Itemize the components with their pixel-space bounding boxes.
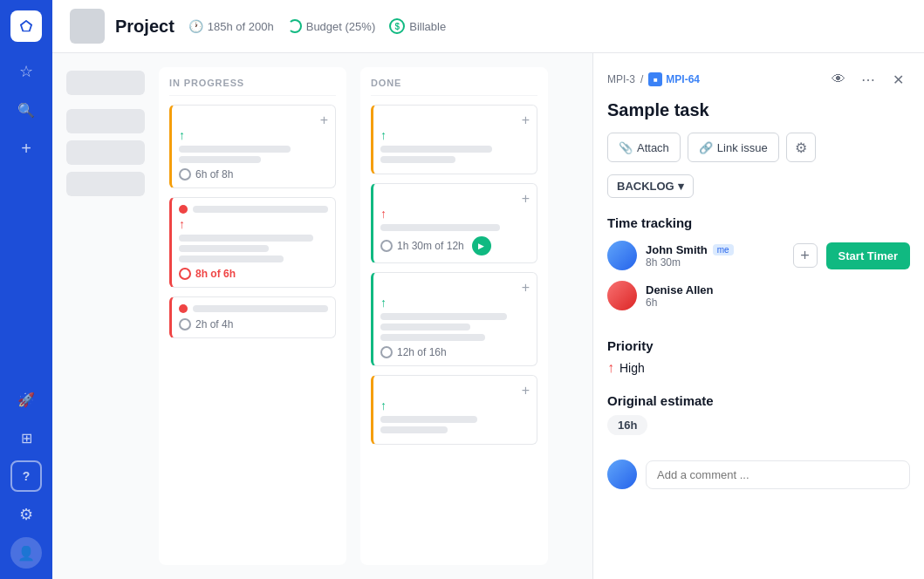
chevron-down-icon: ▾ xyxy=(678,180,684,193)
card-done-1: + ↑ xyxy=(371,105,537,174)
card-bar-2 xyxy=(179,156,261,163)
column-header-in-progress: IN PROGRESS xyxy=(169,78,336,96)
sidebar-item-favorites[interactable]: ☆ xyxy=(10,56,42,87)
card-time-3: 2h of 4h xyxy=(195,318,233,330)
card-done-3: + ↑ 12h of 16h xyxy=(371,272,537,366)
breadcrumb: MPI-3 / ■ MPI-64 xyxy=(607,72,700,86)
breadcrumb-child: MPI-64 xyxy=(666,73,700,85)
tracker-info-john: John Smith me 8h 30m xyxy=(646,243,784,269)
estimate-value: 16h xyxy=(618,419,637,432)
hours-meta: 🕐 185h of 200h xyxy=(188,19,274,33)
avatar-denise xyxy=(607,281,637,310)
card-add-icon-d1[interactable]: + xyxy=(522,112,530,128)
card-bar-d4a xyxy=(380,416,477,423)
card-time-row-3: 2h of 4h xyxy=(179,318,328,330)
card-arrow-d3: ↑ xyxy=(380,296,530,310)
start-timer-label: Start Timer xyxy=(838,249,898,262)
board-area: IN PROGRESS + ↑ 6h of 8h xyxy=(52,53,924,579)
link-icon: 🔗 xyxy=(699,141,713,154)
status-label: BACKLOG xyxy=(617,180,674,193)
billable-icon: $ xyxy=(389,18,405,34)
avatar-john xyxy=(607,241,637,270)
tracker-row-denise: Denise Allen 6h xyxy=(607,281,910,310)
help-icon: ? xyxy=(23,469,31,483)
attach-label: Attach xyxy=(637,141,669,154)
page-header: Project 🕐 185h of 200h Budget (25%) $ Bi… xyxy=(52,0,924,53)
sidebar-item-help[interactable]: ? xyxy=(10,460,42,492)
priority-arrow-icon: ↑ xyxy=(607,360,614,376)
card-dot-2 xyxy=(179,304,188,313)
card-time-label: 6h of 8h xyxy=(195,168,233,181)
logo-icon xyxy=(17,17,35,35)
card-priority-arrow: ↑ xyxy=(179,128,328,142)
tracker-name-denise: Denise Allen xyxy=(646,283,910,296)
comment-input[interactable] xyxy=(646,460,910,489)
card-time-d2: 1h 30m of 12h xyxy=(397,240,464,252)
link-issue-label: Link issue xyxy=(717,141,768,154)
column-in-progress: IN PROGRESS + ↑ 6h of 8h xyxy=(159,67,346,565)
card-time-row-d2: 1h 30m of 12h ▶ xyxy=(380,236,530,255)
card-add-icon[interactable]: + xyxy=(320,112,328,128)
kanban-board: IN PROGRESS + ↑ 6h of 8h xyxy=(52,53,592,579)
card-time-row: 6h of 8h xyxy=(179,168,328,181)
comment-row xyxy=(607,460,910,489)
column-header-done: DONE xyxy=(371,78,537,96)
gear-icon: ⚙ xyxy=(19,505,33,524)
grid-icon: ⊞ xyxy=(21,430,32,446)
card-add-icon-d3[interactable]: + xyxy=(522,280,530,296)
left-nav-column xyxy=(66,67,145,565)
add-tracker-button[interactable]: + xyxy=(793,243,818,268)
me-badge: me xyxy=(713,244,734,255)
card-time-row-2: 8h of 6h xyxy=(179,268,328,280)
link-issue-button[interactable]: 🔗 Link issue xyxy=(688,133,779,162)
breadcrumb-separator: / xyxy=(640,73,643,85)
card-ip-2: ↑ 8h of 6h xyxy=(169,197,336,288)
card-ip-3: 2h of 4h xyxy=(169,296,336,338)
sidebar-item-rocket[interactable]: 🚀 xyxy=(10,384,42,415)
nav-item-1 xyxy=(66,71,145,95)
card-arrow-d1: ↑ xyxy=(380,128,530,142)
budget-circle-icon xyxy=(288,19,302,33)
rocket-icon: 🚀 xyxy=(17,392,35,408)
nav-item-3 xyxy=(66,140,145,165)
card-add-icon-d2[interactable]: + xyxy=(522,191,530,207)
avatar-commenter xyxy=(607,460,637,489)
sidebar-item-create[interactable]: + xyxy=(10,133,42,164)
start-timer-button[interactable]: Start Timer xyxy=(826,242,910,269)
card-bar-7 xyxy=(193,305,328,312)
status-badge[interactable]: BACKLOG ▾ xyxy=(607,174,694,198)
card-arrow-d2: ↑ xyxy=(380,207,530,221)
page-title: Project xyxy=(115,17,175,37)
sidebar: ☆ 🔍 + 🚀 ⊞ ? ⚙ 👤 xyxy=(0,0,52,579)
more-button[interactable]: ⋯ xyxy=(856,67,880,92)
play-button[interactable]: ▶ xyxy=(472,236,491,255)
sidebar-item-settings[interactable]: ⚙ xyxy=(10,499,42,530)
panel-action-buttons: 📎 Attach 🔗 Link issue ⚙ xyxy=(607,133,910,162)
card-add-icon-d4[interactable]: + xyxy=(522,383,530,398)
estimate-title: Original estimate xyxy=(607,393,910,408)
card-done-4: + ↑ xyxy=(371,375,537,445)
plus-icon: + xyxy=(21,139,31,159)
clock-circle-icon xyxy=(179,168,191,181)
sidebar-item-apps[interactable]: ⊞ xyxy=(10,422,42,453)
clock-icon-3 xyxy=(179,318,191,330)
card-bar-d1a xyxy=(380,146,492,153)
card-done-2: + ↑ 1h 30m of 12h ▶ xyxy=(371,183,537,263)
header-meta: 🕐 185h of 200h Budget (25%) $ Billable xyxy=(188,18,446,34)
settings-more-button[interactable]: ⚙ xyxy=(786,133,816,162)
sidebar-item-search[interactable]: 🔍 xyxy=(10,94,42,126)
card-bar-d3b xyxy=(380,324,470,330)
watch-button[interactable]: 👁 xyxy=(826,67,851,92)
detail-panel: MPI-3 / ■ MPI-64 👁 ⋯ ✕ Sample task xyxy=(592,53,924,579)
paperclip-icon: 📎 xyxy=(619,141,633,154)
attach-button[interactable]: 📎 Attach xyxy=(607,133,681,162)
panel-actions-right: 👁 ⋯ ✕ xyxy=(826,67,910,92)
card-bar-1 xyxy=(179,146,291,153)
priority-title: Priority xyxy=(607,338,910,353)
nav-item-4 xyxy=(66,172,145,196)
close-button[interactable]: ✕ xyxy=(886,67,910,92)
sidebar-item-profile[interactable]: 👤 xyxy=(10,537,42,569)
main-content: Project 🕐 185h of 200h Budget (25%) $ Bi… xyxy=(52,0,924,579)
tracker-time-denise: 6h xyxy=(646,296,910,309)
sidebar-logo[interactable] xyxy=(10,10,42,42)
